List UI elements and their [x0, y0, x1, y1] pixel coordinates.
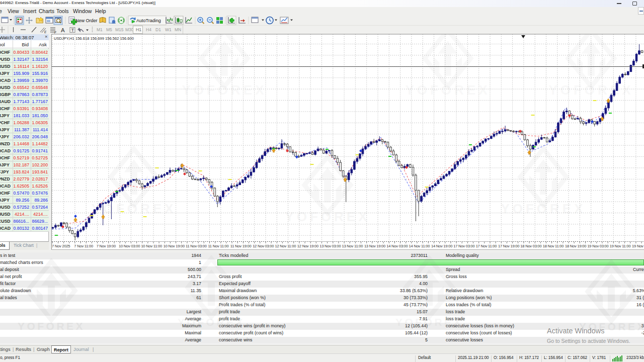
svg-text:19 Nov 19:00: 19 Nov 19:00 — [632, 244, 644, 248]
svg-text:14 Nov 19:00: 14 Nov 19:00 — [431, 244, 452, 248]
svg-text:13 Nov 03:00: 13 Nov 03:00 — [319, 244, 341, 248]
svg-text:7 Nov 2025: 7 Nov 2025 — [52, 244, 70, 248]
svg-text:18 Nov 03:00: 18 Nov 03:00 — [520, 244, 541, 248]
svg-text:11 Nov 11:00: 11 Nov 11:00 — [208, 244, 228, 248]
svg-text:19 Nov 11:00: 19 Nov 11:00 — [610, 244, 631, 248]
svg-text:12 Nov 19:00: 12 Nov 19:00 — [297, 244, 318, 248]
svg-text:17 Nov 03:00: 17 Nov 03:00 — [453, 244, 474, 248]
svg-text:10 Nov 19:00: 10 Nov 19:00 — [164, 244, 185, 248]
svg-text:YOFOREX: YOFOREX — [178, 316, 245, 328]
svg-text:YOFOREX: YOFOREX — [182, 82, 267, 98]
svg-text:YOFOREX: YOFOREX — [548, 82, 633, 98]
svg-text:10 Nov 03:00: 10 Nov 03:00 — [119, 244, 140, 248]
svg-text:7 Nov 11:00: 7 Nov 11:00 — [74, 244, 93, 248]
svg-text:11 Nov 19:00: 11 Nov 19:00 — [230, 244, 252, 248]
svg-text:YOFOREX: YOFOREX — [285, 209, 370, 224]
svg-text:13 Nov 19:00: 13 Nov 19:00 — [364, 244, 385, 248]
svg-text:YOFOREX: YOFOREX — [395, 316, 463, 328]
svg-text:19 Nov 03:00: 19 Nov 03:00 — [587, 244, 608, 248]
svg-text:14 Nov 11:00: 14 Nov 11:00 — [409, 244, 430, 248]
svg-text:YOFOREX: YOFOREX — [405, 82, 490, 98]
svg-text:17 Nov 11:00: 17 Nov 11:00 — [476, 244, 497, 248]
svg-text:10 Nov 11:00: 10 Nov 11:00 — [141, 244, 162, 248]
svg-text:YOFOREX: YOFOREX — [18, 320, 85, 332]
svg-text:12 Nov 03:00: 12 Nov 03:00 — [253, 244, 274, 248]
svg-text:7 Nov 19:00: 7 Nov 19:00 — [97, 244, 116, 248]
svg-text:12 Nov 11:00: 12 Nov 11:00 — [275, 244, 296, 248]
svg-text:17 Nov 19:00: 17 Nov 19:00 — [498, 244, 519, 248]
svg-text:18 Nov 19:00: 18 Nov 19:00 — [565, 244, 586, 248]
svg-text:18 Nov 11:00: 18 Nov 11:00 — [543, 244, 564, 248]
svg-text:USDJPY,H1 156.618 156.699 156: USDJPY,H1 156.618 156.699 156.562 156.60… — [54, 36, 134, 41]
svg-text:14 Nov 03:00: 14 Nov 03:00 — [386, 244, 408, 248]
svg-text:YOFOREX: YOFOREX — [501, 201, 586, 216]
svg-text:13 Nov 11:00: 13 Nov 11:00 — [342, 244, 363, 248]
svg-text:11 Nov 03:00: 11 Nov 03:00 — [186, 244, 207, 248]
